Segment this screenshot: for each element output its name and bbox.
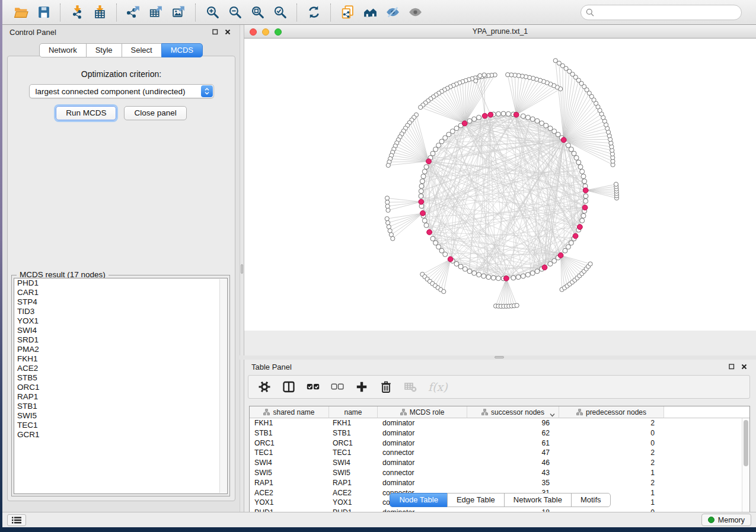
- network-canvas[interactable]: [244, 39, 756, 331]
- memory-button[interactable]: Memory: [701, 514, 751, 526]
- cell-predecessor-nodes[interactable]: 2: [559, 448, 664, 458]
- mcds-result-item[interactable]: PHD1: [14, 278, 227, 288]
- float-table-panel-button[interactable]: [727, 362, 736, 371]
- cell-successor-nodes[interactable]: 43: [467, 468, 559, 478]
- zoom-in-button[interactable]: [202, 2, 222, 23]
- gear-button[interactable]: [258, 380, 271, 393]
- mcds-result-list[interactable]: PHD1CAR1STP4TID3YOX1SWI4SRD1PMA2FKH1ACE2…: [14, 278, 228, 494]
- scrollbar-thumb[interactable]: [744, 420, 748, 466]
- cell-name[interactable]: TEC1: [329, 448, 378, 458]
- export-network-button[interactable]: [123, 2, 143, 23]
- column-header-predecessor-nodes[interactable]: predecessor nodes: [559, 406, 664, 418]
- cell-MCDS-role[interactable]: connector: [378, 468, 467, 478]
- show-all-button[interactable]: [405, 2, 425, 23]
- delete-column-button[interactable]: [379, 380, 393, 393]
- cell-predecessor-nodes[interactable]: 0: [559, 438, 664, 448]
- optimization-criterion-select[interactable]: largest connected component (undirected): [29, 84, 214, 98]
- column-header-successor-nodes[interactable]: successor nodes: [467, 406, 559, 418]
- mcds-result-item[interactable]: FKH1: [14, 354, 227, 364]
- mcds-result-item[interactable]: ORC1: [14, 383, 227, 392]
- first-neighbors-button[interactable]: [360, 2, 380, 23]
- refresh-view-button[interactable]: [304, 2, 324, 23]
- cell-predecessor-nodes[interactable]: 1: [559, 468, 664, 478]
- cell-successor-nodes[interactable]: 47: [467, 448, 559, 458]
- column-header-MCDS-role[interactable]: MCDS role: [378, 406, 467, 418]
- close-table-panel-button[interactable]: [739, 362, 749, 371]
- zoom-selected-button[interactable]: [270, 2, 290, 23]
- cell-MCDS-role[interactable]: dominator: [378, 418, 467, 428]
- mcds-result-item[interactable]: STP4: [14, 297, 227, 307]
- horizontal-splitter[interactable]: [240, 355, 756, 360]
- cell-shared-name[interactable]: TEC1: [250, 448, 329, 458]
- run-mcds-button[interactable]: Run MCDS: [56, 106, 116, 120]
- import-network-button[interactable]: [67, 2, 87, 23]
- table-row[interactable]: RAP1RAP1dominator352: [250, 478, 749, 488]
- cell-name[interactable]: RAP1: [329, 478, 378, 488]
- hide-selected-button[interactable]: [382, 2, 403, 23]
- cell-name[interactable]: FKH1: [329, 418, 378, 428]
- cell-MCDS-role[interactable]: dominator: [378, 458, 467, 468]
- add-column-button[interactable]: [355, 380, 368, 393]
- tab-network-table[interactable]: Network Table: [504, 493, 572, 507]
- save-session-button[interactable]: [33, 2, 53, 23]
- tab-select[interactable]: Select: [122, 43, 162, 57]
- float-panel-button[interactable]: [210, 27, 220, 37]
- cell-predecessor-nodes[interactable]: 0: [559, 428, 664, 438]
- cell-predecessor-nodes[interactable]: 2: [559, 458, 664, 468]
- table-row[interactable]: FKH1FKH1dominator962: [250, 418, 749, 428]
- tab-motifs[interactable]: Motifs: [571, 493, 611, 507]
- cell-shared-name[interactable]: STB1: [250, 428, 329, 438]
- open-file-button[interactable]: [11, 2, 31, 23]
- close-panel-button-mcds[interactable]: Close panel: [124, 106, 186, 120]
- tab-node-table[interactable]: Node Table: [390, 493, 448, 507]
- zoom-out-button[interactable]: [225, 2, 245, 23]
- mcds-result-item[interactable]: PMA2: [14, 345, 227, 354]
- import-table-button[interactable]: [90, 2, 110, 23]
- cell-shared-name[interactable]: RAP1: [250, 478, 329, 488]
- cell-predecessor-nodes[interactable]: 2: [559, 418, 664, 428]
- mcds-result-item[interactable]: CAR1: [14, 288, 227, 297]
- mcds-result-item[interactable]: TEC1: [14, 421, 227, 430]
- mcds-result-item[interactable]: STB5: [14, 373, 227, 383]
- cell-name[interactable]: STB1: [329, 428, 378, 438]
- table-row[interactable]: TEC1TEC1connector472: [250, 448, 749, 458]
- clone-network-button[interactable]: [337, 2, 358, 23]
- cell-successor-nodes[interactable]: 46: [467, 458, 559, 468]
- search-box[interactable]: [580, 5, 742, 20]
- tab-mcds[interactable]: MCDS: [161, 43, 203, 57]
- export-image-button[interactable]: [168, 2, 189, 23]
- mcds-result-item[interactable]: ACE2: [14, 364, 227, 373]
- vertical-splitter[interactable]: [240, 25, 244, 512]
- cell-successor-nodes[interactable]: 61: [467, 438, 559, 448]
- cell-MCDS-role[interactable]: connector: [378, 448, 467, 458]
- cell-successor-nodes[interactable]: 35: [467, 478, 559, 488]
- mcds-result-item[interactable]: RAP1: [14, 392, 227, 402]
- export-table-button[interactable]: [146, 2, 166, 23]
- tab-style[interactable]: Style: [86, 43, 122, 57]
- mcds-result-item[interactable]: STB1: [14, 402, 227, 411]
- tab-edge-table[interactable]: Edge Table: [447, 493, 505, 507]
- cell-shared-name[interactable]: ORC1: [250, 438, 329, 448]
- table-row[interactable]: ORC1ORC1dominator610: [250, 438, 749, 448]
- mcds-result-item[interactable]: SWI4: [14, 326, 227, 335]
- mcds-result-item[interactable]: TID3: [14, 307, 227, 316]
- cell-MCDS-role[interactable]: dominator: [378, 438, 467, 448]
- cell-shared-name[interactable]: SWI4: [250, 458, 329, 468]
- search-input[interactable]: [597, 8, 736, 17]
- show-panels-button[interactable]: [7, 514, 26, 526]
- select-all-button[interactable]: [307, 380, 320, 393]
- close-panel-button[interactable]: [223, 27, 232, 37]
- cell-shared-name[interactable]: FKH1: [250, 418, 329, 428]
- table-row[interactable]: STB1STB1dominator620: [250, 428, 749, 438]
- unselect-all-button[interactable]: [331, 380, 344, 393]
- column-header-shared-name[interactable]: shared name: [250, 406, 329, 418]
- cell-name[interactable]: SWI4: [329, 458, 378, 468]
- cell-successor-nodes[interactable]: 96: [467, 418, 559, 428]
- columns-button[interactable]: [282, 380, 295, 393]
- cell-successor-nodes[interactable]: 62: [467, 428, 559, 438]
- mcds-result-item[interactable]: YOX1: [14, 316, 227, 326]
- cell-predecessor-nodes[interactable]: 2: [559, 478, 664, 488]
- table-row[interactable]: SWI5SWI5connector431: [250, 468, 749, 478]
- table-row[interactable]: SWI4SWI4dominator462: [250, 458, 749, 468]
- column-header-name[interactable]: name: [329, 406, 378, 418]
